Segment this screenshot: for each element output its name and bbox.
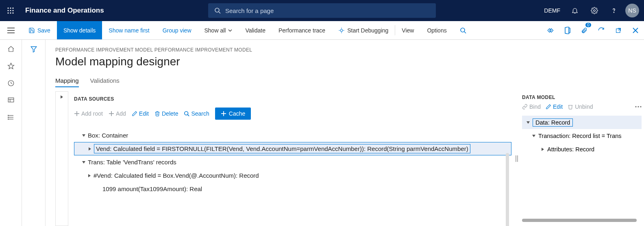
svg-point-38 bbox=[8, 115, 9, 116]
pencil-icon bbox=[132, 111, 137, 116]
svg-line-22 bbox=[464, 32, 466, 33]
dm-heading: DATA MODEL bbox=[522, 95, 642, 100]
tree-node-box[interactable]: Box: Container bbox=[74, 129, 511, 142]
tree-node-1099[interactable]: 1099 amount(Tax1099Amount): Real bbox=[74, 182, 511, 196]
chevron-down-icon[interactable] bbox=[529, 134, 538, 138]
add-root-button: Add root bbox=[74, 110, 103, 117]
cache-button[interactable]: Cache bbox=[215, 108, 251, 120]
link-icon[interactable] bbox=[542, 21, 559, 40]
app-launcher-icon[interactable] bbox=[0, 0, 21, 21]
chevron-down-icon[interactable] bbox=[80, 160, 88, 164]
search-placeholder: Search for a page bbox=[225, 7, 274, 14]
action-search-icon[interactable] bbox=[453, 21, 473, 39]
show-all-dropdown[interactable]: Show all bbox=[198, 21, 239, 39]
svg-point-12 bbox=[614, 12, 614, 13]
refresh-icon[interactable] bbox=[593, 21, 610, 40]
svg-point-7 bbox=[10, 12, 11, 13]
dm-node-attributes[interactable]: Attributes: Record bbox=[522, 142, 642, 156]
chevron-down-icon[interactable] bbox=[80, 133, 88, 138]
dm-node-data[interactable]: Data: Record bbox=[522, 116, 642, 129]
close-icon[interactable] bbox=[627, 21, 644, 40]
svg-marker-30 bbox=[8, 63, 14, 69]
delete-button[interactable]: Delete bbox=[154, 110, 178, 117]
action-bar: Save Show details Show name first Group … bbox=[0, 21, 644, 40]
breadcrumb: PERFORMANCE IMPROVEMENT MODEL PERFORMANC… bbox=[55, 47, 644, 53]
chevron-down-icon bbox=[228, 28, 232, 32]
tab-validations[interactable]: Validations bbox=[90, 77, 120, 87]
performance-trace-button[interactable]: Performance trace bbox=[272, 21, 332, 39]
tree-node-hashvend[interactable]: #Vend: Calculated field = Box.Vend(@.Acc… bbox=[74, 169, 511, 182]
attachments-icon[interactable]: 0 bbox=[576, 21, 593, 40]
svg-point-6 bbox=[7, 12, 9, 13]
home-icon[interactable] bbox=[7, 45, 15, 53]
office-icon[interactable] bbox=[559, 21, 576, 40]
group-view-button[interactable]: Group view bbox=[156, 21, 198, 39]
data-model-tree: Data: Record Transaction: Record list = … bbox=[522, 116, 642, 156]
svg-point-59 bbox=[640, 106, 641, 107]
attachments-badge: 0 bbox=[585, 23, 591, 27]
ds-scrollbar[interactable] bbox=[506, 153, 509, 226]
trash-icon bbox=[568, 104, 573, 110]
brand-title: Finance and Operations bbox=[21, 6, 104, 15]
workspaces-icon[interactable] bbox=[7, 97, 15, 104]
settings-icon[interactable] bbox=[586, 0, 603, 21]
filter-icon[interactable] bbox=[30, 45, 37, 226]
splitter-handle[interactable] bbox=[511, 91, 522, 226]
svg-point-0 bbox=[7, 7, 9, 9]
svg-marker-51 bbox=[82, 134, 85, 137]
view-menu[interactable]: View bbox=[395, 21, 420, 39]
tab-mapping[interactable]: Mapping bbox=[55, 77, 79, 87]
svg-point-58 bbox=[637, 106, 639, 107]
svg-marker-52 bbox=[89, 147, 91, 151]
svg-line-48 bbox=[188, 115, 189, 116]
link-icon bbox=[522, 104, 528, 110]
svg-point-4 bbox=[10, 10, 11, 11]
dm-more-icon[interactable] bbox=[635, 106, 642, 108]
filter-column bbox=[22, 40, 46, 226]
chevron-down-icon[interactable] bbox=[524, 121, 533, 125]
show-details-button[interactable]: Show details bbox=[57, 21, 102, 39]
favorites-icon[interactable] bbox=[7, 62, 15, 70]
options-menu[interactable]: Options bbox=[420, 21, 453, 39]
company-code[interactable]: DEMF bbox=[541, 7, 564, 14]
start-debugging-button[interactable]: Start Debugging bbox=[332, 21, 395, 39]
tree-node-vend[interactable]: Vend: Calculated field = FIRSTORNULL(FIL… bbox=[74, 142, 511, 155]
dm-scrollbar[interactable] bbox=[522, 219, 637, 222]
hamburger-icon[interactable] bbox=[0, 21, 22, 39]
svg-marker-60 bbox=[527, 121, 530, 124]
left-rail bbox=[0, 40, 22, 226]
page-title: Model mapping designer bbox=[55, 55, 644, 68]
save-button[interactable]: Save bbox=[22, 21, 57, 39]
dm-edit-button[interactable]: Edit bbox=[546, 103, 563, 110]
ds-types-collapse[interactable] bbox=[55, 91, 68, 226]
validate-button[interactable]: Validate bbox=[239, 21, 272, 39]
popout-icon[interactable] bbox=[610, 21, 627, 40]
chevron-right-icon[interactable] bbox=[85, 174, 94, 178]
add-button: Add bbox=[109, 110, 126, 117]
search-button[interactable]: Search bbox=[184, 110, 209, 117]
user-avatar[interactable]: NS bbox=[625, 4, 639, 17]
svg-marker-62 bbox=[542, 148, 544, 151]
chevron-right-icon[interactable] bbox=[538, 147, 547, 151]
pencil-icon bbox=[546, 104, 551, 110]
svg-point-8 bbox=[12, 12, 13, 13]
svg-point-40 bbox=[8, 119, 9, 120]
svg-point-3 bbox=[7, 10, 9, 11]
search-icon bbox=[184, 111, 189, 116]
notifications-icon[interactable] bbox=[567, 0, 583, 21]
svg-marker-53 bbox=[82, 161, 85, 164]
help-icon[interactable] bbox=[606, 0, 622, 21]
chevron-right-icon[interactable] bbox=[86, 147, 94, 151]
modules-icon[interactable] bbox=[7, 114, 15, 121]
svg-marker-61 bbox=[532, 135, 535, 137]
show-name-first-button[interactable]: Show name first bbox=[102, 21, 156, 39]
edit-button[interactable]: Edit bbox=[132, 110, 149, 117]
top-navbar: Finance and Operations Search for a page… bbox=[0, 0, 644, 21]
plus-icon bbox=[74, 111, 80, 116]
recent-icon[interactable] bbox=[7, 80, 15, 87]
tree-node-trans[interactable]: Trans: Table 'VendTrans' records bbox=[74, 155, 511, 169]
data-sources-tree: Box: Container Vend: Calculated field = … bbox=[74, 129, 511, 196]
global-search[interactable]: Search for a page bbox=[208, 3, 436, 18]
svg-point-5 bbox=[12, 10, 13, 11]
dm-node-transaction[interactable]: Transaction: Record list = Trans bbox=[522, 129, 642, 142]
